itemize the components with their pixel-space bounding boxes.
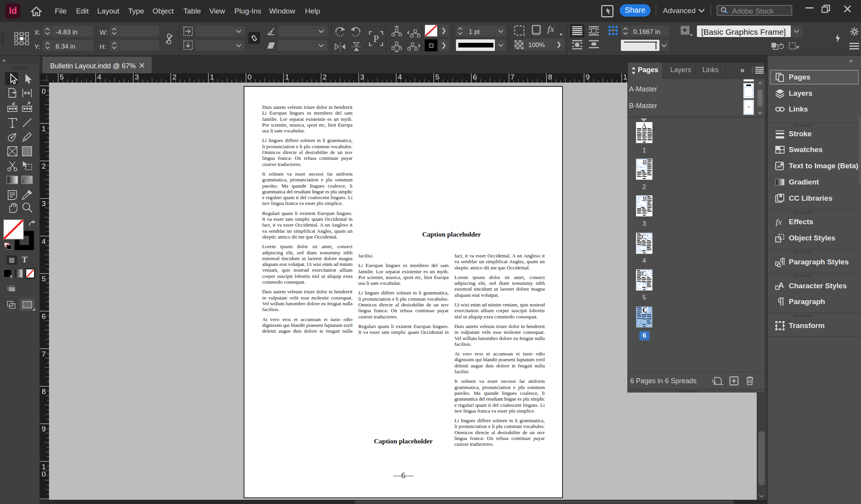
svg-text:8: 8 — [548, 73, 552, 81]
svg-text:fx: fx — [776, 217, 782, 227]
svg-text:4: 4 — [42, 237, 46, 245]
svg-text:3: 3 — [360, 73, 364, 81]
svg-text:P: P — [373, 33, 379, 44]
svg-text:1: 1 — [42, 125, 46, 133]
svg-text:C: C — [642, 233, 646, 240]
svg-text:B: B — [643, 196, 647, 202]
svg-text:2: 2 — [323, 73, 327, 81]
svg-text:2: 2 — [172, 73, 176, 81]
svg-text:0: 0 — [42, 470, 46, 478]
svg-text:7: 7 — [42, 350, 46, 358]
svg-text:9: 9 — [42, 425, 46, 433]
svg-text:8: 8 — [42, 387, 46, 396]
svg-text:4: 4 — [398, 73, 402, 81]
svg-text:5: 5 — [60, 73, 64, 81]
svg-text:1: 1 — [210, 73, 214, 81]
svg-text:5: 5 — [42, 275, 46, 283]
svg-text:C: C — [642, 306, 647, 314]
svg-text:0: 0 — [247, 73, 252, 81]
svg-text:1: 1 — [42, 463, 46, 471]
svg-text:7: 7 — [510, 73, 515, 81]
svg-text:3: 3 — [135, 73, 139, 81]
svg-text:6: 6 — [42, 312, 46, 320]
svg-text:A: A — [642, 122, 647, 129]
svg-text:C: C — [642, 270, 646, 277]
svg-text:4: 4 — [97, 73, 102, 81]
svg-text:9: 9 — [586, 73, 590, 81]
svg-text:3: 3 — [42, 200, 46, 208]
svg-text:0: 0 — [42, 87, 46, 95]
svg-text:5: 5 — [436, 73, 440, 81]
svg-text:1: 1 — [285, 73, 289, 81]
svg-text:6: 6 — [473, 73, 477, 81]
svg-text:2: 2 — [42, 162, 46, 170]
svg-text:B: B — [643, 159, 647, 166]
